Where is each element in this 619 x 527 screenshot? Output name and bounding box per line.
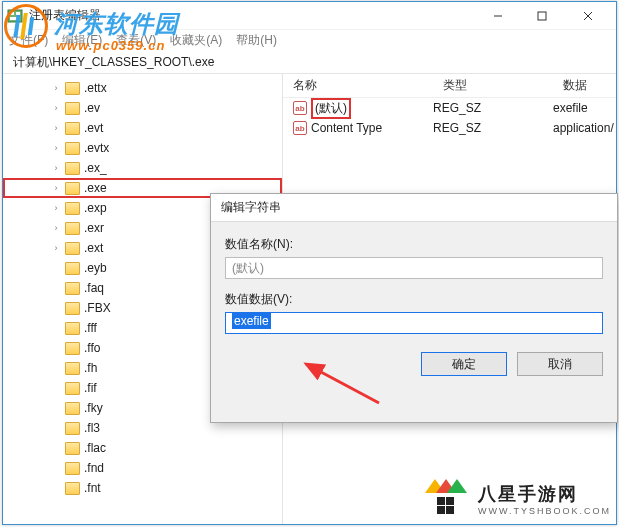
list-row[interactable]: abContent TypeREG_SZapplication/ — [283, 118, 616, 138]
tree-item[interactable]: .fnt — [3, 478, 282, 498]
chevron-right-icon[interactable]: › — [51, 243, 61, 253]
chevron-right-icon[interactable]: › — [51, 223, 61, 233]
menu-help[interactable]: 帮助(H) — [236, 32, 277, 50]
col-type[interactable]: 类型 — [433, 77, 553, 94]
folder-icon — [65, 222, 80, 235]
row-name: (默认) — [311, 98, 433, 119]
tree-item[interactable]: ›.ev — [3, 98, 282, 118]
cancel-button[interactable]: 取消 — [517, 352, 603, 376]
folder-icon — [65, 142, 80, 155]
chevron-right-icon[interactable]: › — [51, 83, 61, 93]
window-controls — [476, 2, 612, 29]
value-data-selection: exefile — [232, 313, 271, 329]
tree-item-label: .fl3 — [84, 421, 100, 435]
chevron-right-icon[interactable]: › — [51, 103, 61, 113]
folder-icon — [65, 462, 80, 475]
tree-item-label: .evt — [84, 121, 103, 135]
tree-item-label: .fky — [84, 401, 103, 415]
folder-icon — [65, 82, 80, 95]
titlebar: 注册表编辑器 — [3, 2, 616, 30]
svg-rect-2 — [16, 12, 20, 15]
folder-icon — [65, 202, 80, 215]
folder-icon — [65, 122, 80, 135]
tree-item-label: .fnd — [84, 461, 104, 475]
window-title: 注册表编辑器 — [29, 7, 476, 24]
folder-icon — [65, 342, 80, 355]
chevron-right-icon[interactable]: › — [51, 143, 61, 153]
tree-item-label: .exr — [84, 221, 104, 235]
tree-item-label: .flac — [84, 441, 106, 455]
tree-item-label: .exp — [84, 201, 107, 215]
menubar: 文件(F) 编辑(E) 查看(V) 收藏夹(A) 帮助(H) — [3, 30, 616, 52]
value-name-label: 数值名称(N): — [225, 236, 603, 253]
tree-item-label: .fh — [84, 361, 97, 375]
svg-rect-5 — [538, 12, 546, 20]
col-data[interactable]: 数据 — [553, 77, 616, 94]
edit-string-dialog: 编辑字符串 数值名称(N): (默认) 数值数据(V): exefile 确定 … — [210, 193, 618, 423]
chevron-right-icon[interactable]: › — [51, 163, 61, 173]
chevron-right-icon[interactable]: › — [51, 203, 61, 213]
tree-item-label: .fnt — [84, 481, 101, 495]
folder-icon — [65, 362, 80, 375]
tree-item-label: .eyb — [84, 261, 107, 275]
value-data-input[interactable] — [225, 312, 603, 334]
tree-item-label: .ffo — [84, 341, 100, 355]
string-value-icon: ab — [293, 121, 307, 135]
value-data-label: 数值数据(V): — [225, 291, 603, 308]
dialog-title: 编辑字符串 — [211, 194, 617, 222]
svg-rect-1 — [10, 12, 14, 15]
folder-icon — [65, 382, 80, 395]
folder-icon — [65, 422, 80, 435]
row-type: REG_SZ — [433, 101, 553, 115]
menu-edit[interactable]: 编辑(E) — [62, 32, 102, 50]
folder-icon — [65, 182, 80, 195]
menu-view[interactable]: 查看(V) — [116, 32, 156, 50]
tree-item-label: .fif — [84, 381, 97, 395]
tree-item-label: .ext — [84, 241, 103, 255]
folder-icon — [65, 402, 80, 415]
folder-icon — [65, 162, 80, 175]
tree-item-label: .ettx — [84, 81, 107, 95]
svg-rect-0 — [8, 10, 22, 22]
ok-button[interactable]: 确定 — [421, 352, 507, 376]
folder-icon — [65, 282, 80, 295]
menu-favorites[interactable]: 收藏夹(A) — [170, 32, 222, 50]
chevron-right-icon[interactable]: › — [51, 183, 61, 193]
folder-icon — [65, 322, 80, 335]
tree-item[interactable]: ›.ex_ — [3, 158, 282, 178]
folder-icon — [65, 262, 80, 275]
tree-item[interactable]: ›.evtx — [3, 138, 282, 158]
svg-rect-3 — [10, 17, 20, 20]
row-name: Content Type — [311, 121, 433, 135]
row-data: exefile — [553, 101, 616, 115]
tree-item[interactable]: .fnd — [3, 458, 282, 478]
chevron-right-icon[interactable]: › — [51, 123, 61, 133]
row-data: application/ — [553, 121, 616, 135]
tree-item-label: .ev — [84, 101, 100, 115]
folder-icon — [65, 482, 80, 495]
minimize-button[interactable] — [476, 2, 520, 29]
menu-file[interactable]: 文件(F) — [9, 32, 48, 50]
string-value-icon: ab — [293, 101, 307, 115]
folder-icon — [65, 302, 80, 315]
tree-item-label: .FBX — [84, 301, 111, 315]
tree-item-label: .ex_ — [84, 161, 107, 175]
close-button[interactable] — [564, 2, 612, 29]
tree-item[interactable]: ›.evt — [3, 118, 282, 138]
maximize-button[interactable] — [520, 2, 564, 29]
address-bar[interactable]: 计算机\HKEY_CLASSES_ROOT\.exe — [3, 52, 616, 74]
tree-item-label: .faq — [84, 281, 104, 295]
folder-icon — [65, 442, 80, 455]
value-name-field: (默认) — [225, 257, 603, 279]
tree-item-label: .evtx — [84, 141, 109, 155]
tree-item[interactable]: ›.ettx — [3, 78, 282, 98]
tree-item-label: .fff — [84, 321, 97, 335]
tree-item[interactable]: .flac — [3, 438, 282, 458]
tree-item-label: .exe — [84, 181, 107, 195]
row-type: REG_SZ — [433, 121, 553, 135]
list-row[interactable]: ab(默认)REG_SZexefile — [283, 98, 616, 118]
col-name[interactable]: 名称 — [283, 77, 433, 94]
folder-icon — [65, 102, 80, 115]
folder-icon — [65, 242, 80, 255]
list-header: 名称 类型 数据 — [283, 74, 616, 98]
